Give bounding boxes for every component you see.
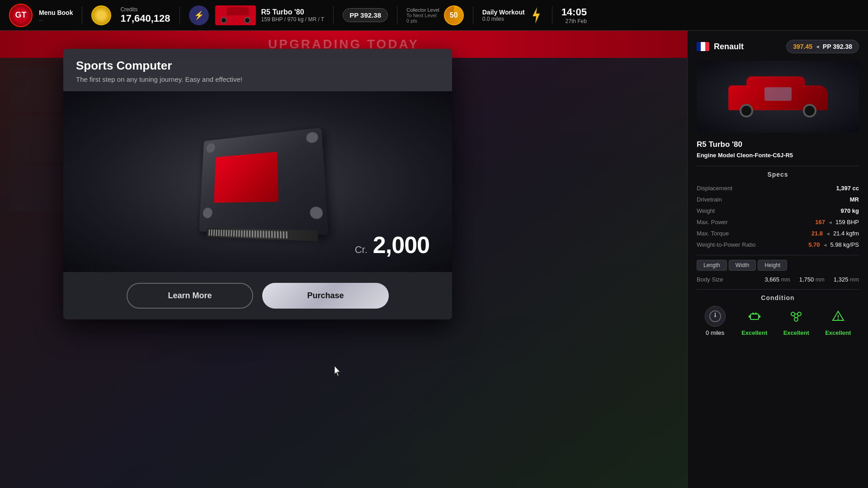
divider-4 — [397, 6, 397, 24]
spec-weight-power-ratio: Weight-to-Power Ratio 5.70 ◄ 5.98 kg/PS — [697, 239, 859, 250]
spec-label-max-torque: Max. Torque — [697, 230, 729, 237]
menu-book-section: Menu Book ... — [39, 9, 73, 22]
spec-value-wpr: 5.70 ◄ 5.98 kg/PS — [808, 241, 859, 248]
price-cr-label: Cr. — [355, 244, 368, 256]
tab-width[interactable]: Width — [729, 260, 756, 271]
body-condition-label: Excellent — [825, 329, 851, 336]
pp-badge: PP 392.38 — [343, 8, 388, 22]
body-length-value: 3,665 mm — [765, 276, 790, 283]
spec-label-displacement: Displacement — [697, 185, 732, 192]
divider-condition — [697, 289, 859, 290]
collector-pts: 0 pts — [406, 18, 439, 23]
credits-info: Credits 17,640,128 — [120, 6, 170, 24]
car-preview-icon — [215, 5, 256, 25]
pp-old-value: 397.45 — [793, 43, 812, 50]
ecu-pin — [221, 230, 222, 236]
svg-rect-8 — [749, 315, 750, 318]
divider-1 — [82, 6, 82, 24]
ecu-pin — [223, 230, 225, 236]
spec-max-power: Max. Power 167 ◄ 159 BHP — [697, 216, 859, 228]
ecu-pin — [238, 230, 240, 237]
daily-workout-section: Daily Workout 0.0 miles — [482, 9, 525, 22]
learn-more-button[interactable]: Learn More — [127, 283, 253, 309]
condition-icons: 0 miles Excellent — [697, 306, 859, 336]
collector-next: To Next Level — [406, 13, 439, 18]
body-size-measurements: 3,665 mm 1,750 mm 1,325 mm — [765, 276, 859, 283]
product-description: The first step on any tuning journey. Ea… — [76, 75, 439, 83]
ecu-corner-bl — [203, 207, 212, 218]
pp-compare-badge: 397.45 ◄ PP 392.38 — [786, 40, 859, 53]
spec-value-weight: 970 kg — [841, 207, 859, 214]
divider-2 — [179, 6, 180, 24]
spec-value-displacement: 1,397 cc — [836, 185, 859, 192]
ecu-pin — [249, 230, 250, 237]
odometer-value: 0 miles — [706, 329, 724, 336]
car-brand-name: Renault — [714, 42, 744, 52]
divider-body-size — [697, 255, 859, 255]
credits-coin-icon — [91, 5, 111, 25]
tab-height[interactable]: Height — [758, 260, 787, 271]
car-info-section: R5 Turbo '80 159 BHP / 970 kg / MR / T — [261, 8, 325, 23]
spec-max-torque: Max. Torque 21.8 ◄ 21.4 kgfm — [697, 228, 859, 239]
body-height-value: 1,325 mm — [834, 276, 859, 283]
car-wheel-left — [740, 104, 753, 117]
engine-model-label: Engine Model — [697, 152, 735, 159]
spec-arrow-max-torque: ◄ — [826, 231, 830, 236]
spec-old-max-torque: 21.4 kgfm — [833, 230, 859, 237]
flag-red — [705, 42, 709, 51]
svg-line-14 — [794, 316, 795, 318]
time-date: 27th Feb — [566, 18, 587, 24]
car-details-panel: Renault 397.45 ◄ PP 392.38 R5 Turbo '80 — [687, 31, 868, 488]
engine-name: Cleon-Fonte-C6J-R5 — [736, 152, 793, 159]
car-wheel-right — [803, 104, 816, 117]
condition-transmission: Excellent — [783, 306, 809, 336]
svg-point-11 — [797, 312, 801, 316]
purchase-button[interactable]: Purchase — [262, 283, 389, 309]
time-value: 14:05 — [561, 6, 587, 18]
product-title: Sports Computer — [76, 59, 439, 73]
ecu-pin — [255, 230, 256, 237]
ecu-pin — [236, 230, 237, 237]
spec-value-max-power: 167 ◄ 159 BHP — [815, 219, 859, 225]
svg-rect-9 — [759, 315, 760, 318]
shop-area: UPGRADING TODAY — [0, 31, 687, 488]
ecu-corner-tr — [306, 131, 318, 143]
ecu-pin — [271, 231, 273, 238]
car-engine-line: Engine Model Cleon-Fonte-C6J-R5 — [697, 152, 859, 159]
spec-weight: Weight 970 kg — [697, 205, 859, 216]
spec-value-max-torque: 21.8 ◄ 21.4 kgfm — [811, 230, 859, 237]
daily-label: Daily Workout — [482, 9, 525, 16]
spec-displacement: Displacement 1,397 cc — [697, 183, 859, 194]
topbar: GT Menu Book ... Credits 17,640,128 ⚡ R5… — [0, 0, 868, 31]
car-image-panel — [697, 61, 859, 133]
odometer-icon — [705, 306, 726, 327]
ecu-pin — [260, 230, 261, 237]
specs-section-title: Specs — [697, 171, 859, 178]
product-modal: Sports Computer The first step on any tu… — [63, 49, 452, 319]
shop-bg-item — [9, 117, 72, 162]
body-size-tabs[interactable]: Length Width Height — [697, 260, 859, 271]
ecu-pin — [228, 230, 230, 237]
condition-odometer: 0 miles — [705, 306, 726, 336]
ecu-pin — [274, 231, 275, 238]
france-flag — [697, 42, 709, 51]
ecu-pin — [244, 230, 245, 237]
pp-arrow-icon: ◄ — [815, 44, 820, 49]
spec-new-wpr: 5.70 — [808, 241, 820, 248]
time-section: 14:05 27th Feb — [561, 6, 587, 24]
svg-point-4 — [714, 315, 716, 317]
svg-point-18 — [837, 319, 839, 320]
credits-amount: 17,640,128 — [120, 13, 170, 24]
main-area: UPGRADING TODAY — [0, 31, 868, 488]
ecu-body — [199, 127, 329, 235]
ecu-pin — [246, 230, 248, 237]
menu-sub: ... — [39, 16, 73, 22]
divider-5 — [473, 6, 473, 24]
ecu-pin — [277, 231, 279, 238]
daily-miles: 0.0 miles — [482, 16, 525, 22]
spec-new-max-torque: 21.8 — [811, 230, 823, 237]
condition-section-title: Condition — [697, 294, 859, 301]
tab-length[interactable]: Length — [697, 260, 727, 271]
credits-section: Credits 17,640,128 — [91, 5, 170, 25]
flag-white — [701, 42, 705, 51]
